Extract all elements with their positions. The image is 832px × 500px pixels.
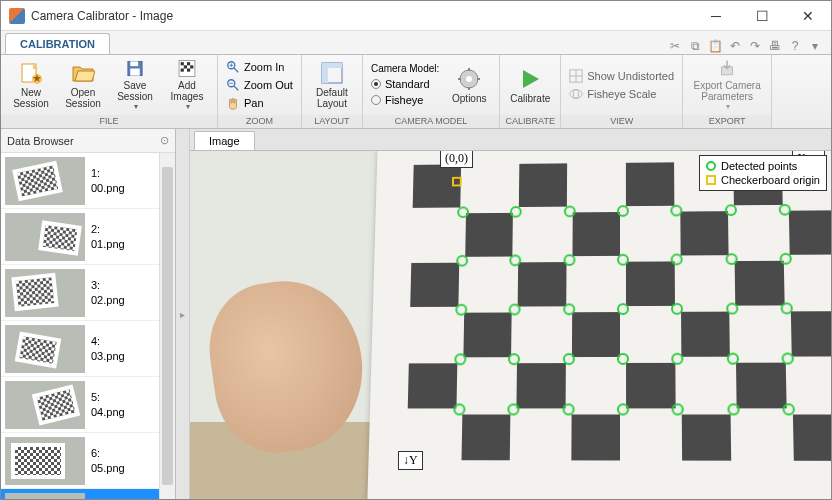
- quick-access-toolbar: ✂ ⧉ 📋 ↶ ↷ 🖶 ? ▾: [667, 38, 831, 54]
- detected-point: [562, 403, 574, 415]
- add-images-button[interactable]: Add Images: [161, 57, 213, 113]
- detected-point: [781, 302, 793, 314]
- thumbnail-list[interactable]: 1:00.png2:01.png3:02.png4:03.png5:04.png…: [1, 153, 159, 499]
- open-session-button[interactable]: Open Session: [57, 57, 109, 113]
- minimize-button[interactable]: ─: [693, 1, 739, 31]
- collapse-icon[interactable]: ⊙: [160, 134, 169, 147]
- thumbnail-label: 6:05.png: [91, 446, 125, 475]
- thumbnail-scrollbar[interactable]: [159, 153, 175, 499]
- detected-point: [617, 303, 629, 315]
- pan-button[interactable]: Pan: [222, 94, 297, 112]
- data-browser-panel: Data Browser ⊙ 1:00.png2:01.png3:02.png4…: [1, 129, 176, 499]
- thumbnail-image: [5, 325, 85, 373]
- open-session-icon: [71, 61, 95, 85]
- radio-dot-icon: [371, 79, 381, 89]
- svg-rect-8: [181, 62, 184, 65]
- ribbon-tab-bar: CALIBRATION ✂ ⧉ 📋 ↶ ↷ 🖶 ? ▾: [1, 31, 831, 55]
- qa-undo-icon[interactable]: ↶: [727, 38, 743, 54]
- thumbnail-image: [5, 157, 85, 205]
- qa-cut-icon[interactable]: ✂: [667, 38, 683, 54]
- group-zoom: Zoom In Zoom Out Pan ZOOM: [218, 55, 302, 128]
- group-file: ★ New Session Open Session Save Session …: [1, 55, 218, 128]
- viewer-tab-image[interactable]: Image: [194, 131, 255, 150]
- data-browser-header: Data Browser ⊙: [1, 129, 175, 153]
- detected-point: [563, 254, 575, 266]
- thumbnail-label: 1:00.png: [91, 166, 125, 195]
- content-area: Data Browser ⊙ 1:00.png2:01.png3:02.png4…: [1, 129, 831, 499]
- detected-point: [726, 303, 738, 315]
- detected-point: [671, 303, 683, 315]
- thumbnail-image: [5, 213, 85, 261]
- camera-model-heading: Camera Model:: [371, 63, 439, 74]
- qa-redo-icon[interactable]: ↷: [747, 38, 763, 54]
- thumbnail-row[interactable]: 2:01.png: [1, 209, 159, 265]
- detected-point: [782, 403, 795, 415]
- detected-point: [671, 254, 683, 266]
- detected-point: [725, 253, 737, 265]
- svg-rect-23: [328, 63, 342, 68]
- thumbnail-row[interactable]: 6:05.png: [1, 433, 159, 489]
- image-canvas[interactable]: (0,0) X→ ↓Y Detected points Checkerboard…: [190, 151, 831, 499]
- radio-standard[interactable]: Standard: [371, 76, 439, 92]
- default-layout-button[interactable]: Default Layout: [306, 57, 358, 113]
- thumbnail-row[interactable]: 5:04.png: [1, 377, 159, 433]
- thumbnail-row[interactable]: 3:02.png: [1, 265, 159, 321]
- show-undistorted-button[interactable]: Show Undistorted: [565, 67, 678, 85]
- svg-marker-30: [523, 70, 539, 88]
- qa-help-icon[interactable]: ?: [787, 38, 803, 54]
- thumbnail-image: [5, 437, 85, 485]
- detected-point: [672, 353, 684, 365]
- calibrate-button[interactable]: Calibrate: [504, 57, 556, 113]
- detected-point: [617, 353, 629, 365]
- qa-copy-icon[interactable]: ⧉: [687, 38, 703, 54]
- export-camera-button[interactable]: Export Camera Parameters: [687, 57, 767, 113]
- layout-icon: [320, 61, 344, 85]
- close-button[interactable]: ✕: [785, 1, 831, 31]
- group-export: Export Camera Parameters EXPORT: [683, 55, 772, 128]
- svg-rect-5: [130, 61, 138, 66]
- detected-point: [563, 303, 575, 315]
- zoom-in-button[interactable]: Zoom In: [222, 58, 297, 76]
- detected-point: [725, 204, 737, 216]
- svg-line-15: [234, 68, 238, 72]
- thumbnail-label: 5:04.png: [91, 390, 125, 419]
- radio-fisheye[interactable]: Fisheye: [371, 92, 439, 108]
- detected-point: [617, 254, 629, 266]
- gear-icon: [457, 67, 481, 91]
- fisheye-scale-button[interactable]: Fisheye Scale: [565, 85, 678, 103]
- group-calibrate: Calibrate CALIBRATE: [500, 55, 561, 128]
- thumbnail-row[interactable]: 4:03.png: [1, 321, 159, 377]
- detected-point: [726, 353, 738, 365]
- maximize-button[interactable]: ☐: [739, 1, 785, 31]
- workspace-handle[interactable]: ▸: [176, 129, 190, 499]
- new-session-button[interactable]: ★ New Session: [5, 57, 57, 113]
- svg-rect-22: [322, 63, 328, 83]
- options-button[interactable]: Options: [443, 57, 495, 113]
- app-icon: [9, 8, 25, 24]
- thumbnail-image: [5, 269, 85, 317]
- ribbon-tab-calibration[interactable]: CALIBRATION: [5, 33, 110, 54]
- zoom-out-icon: [226, 78, 240, 92]
- qa-paste-icon[interactable]: 📋: [707, 38, 723, 54]
- play-icon: [518, 67, 542, 91]
- save-session-button[interactable]: Save Session: [109, 57, 161, 113]
- qa-print-icon[interactable]: 🖶: [767, 38, 783, 54]
- thumbnail-row[interactable]: 7:06.png: [1, 489, 159, 499]
- svg-point-25: [466, 76, 472, 82]
- zoom-in-icon: [226, 60, 240, 74]
- group-layout: Default Layout LAYOUT: [302, 55, 363, 128]
- viewer-tab-bar: Image: [190, 129, 831, 151]
- export-icon: [715, 59, 739, 78]
- svg-line-19: [234, 86, 238, 90]
- origin-label: (0,0): [440, 151, 473, 168]
- thumbnail-row[interactable]: 1:00.png: [1, 153, 159, 209]
- toolstrip: ★ New Session Open Session Save Session …: [1, 55, 831, 129]
- svg-point-34: [570, 90, 582, 99]
- svg-rect-9: [187, 62, 190, 65]
- legend-origin-icon: [706, 175, 716, 185]
- thumbnail-image: [5, 493, 85, 500]
- legend: Detected points Checkerboard origin: [699, 155, 827, 191]
- group-camera-model: Camera Model: Standard Fisheye Options C…: [363, 55, 500, 128]
- zoom-out-button[interactable]: Zoom Out: [222, 76, 297, 94]
- qa-minimize-ribbon-icon[interactable]: ▾: [807, 38, 823, 54]
